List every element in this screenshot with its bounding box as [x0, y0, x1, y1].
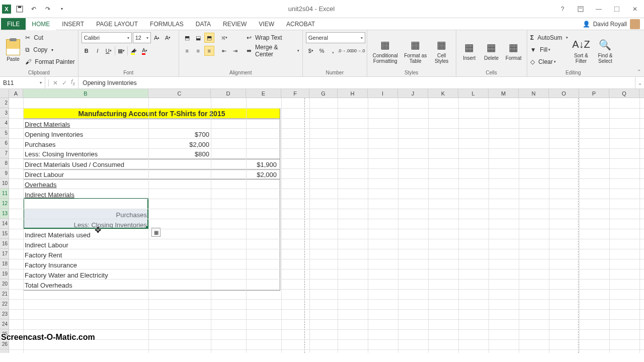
fill-color-button[interactable]: ◢▾ — [129, 46, 139, 56]
qat-customize[interactable]: ▾ — [56, 4, 67, 15]
row-header-20[interactable]: 20 — [0, 279, 9, 289]
border-button[interactable]: ▦▾ — [116, 46, 126, 56]
font-size-combo[interactable]: 12▾ — [133, 32, 151, 43]
decrease-indent-button[interactable]: ⇤ — [219, 46, 229, 56]
tab-formulas[interactable]: FORMULAS — [144, 18, 190, 30]
row-header-5[interactable]: 5 — [0, 128, 9, 138]
row-header-14[interactable]: 14 — [0, 219, 9, 229]
row-header-13[interactable]: 13 — [0, 209, 9, 219]
col-header-G[interactable]: G — [309, 89, 338, 98]
decrease-font-button[interactable]: A▾ — [163, 33, 173, 43]
col-header-N[interactable]: N — [519, 89, 549, 98]
col-header-F[interactable]: F — [281, 89, 309, 98]
merge-center-button[interactable]: ⬌ Merge & Center ▾ — [247, 45, 299, 56]
grid-area[interactable]: ABCDEFGHIJKLMNOPQ 2345678910111213141516… — [0, 89, 644, 353]
decrease-decimal-button[interactable]: .00→.0 — [352, 46, 364, 56]
col-header-I[interactable]: I — [368, 89, 398, 98]
underline-button[interactable]: U▾ — [104, 46, 114, 56]
tab-insert[interactable]: INSERT — [56, 18, 90, 30]
formula-input[interactable]: Opening Inventories — [78, 77, 635, 88]
tab-acrobat[interactable]: ACROBAT — [280, 18, 321, 30]
col-header-L[interactable]: L — [458, 89, 489, 98]
font-color-button[interactable]: A▾ — [140, 46, 150, 56]
align-bottom-button[interactable]: ⬒ — [204, 33, 214, 43]
align-left-button[interactable]: ≡ — [182, 46, 192, 56]
col-header-C[interactable]: C — [148, 89, 211, 98]
sort-filter-button[interactable]: A↓Z Sort & Filter — [570, 32, 592, 69]
col-header-A[interactable]: A — [9, 89, 23, 98]
format-painter-button[interactable]: 🖌 Format Painter — [25, 56, 75, 67]
tab-data[interactable]: DATA — [190, 18, 217, 30]
col-header-H[interactable]: H — [338, 89, 368, 98]
insert-cells-button[interactable]: ▦ Insert — [459, 32, 479, 69]
format-as-table-button[interactable]: ▦ Format as Table — [403, 32, 429, 69]
number-format-combo[interactable]: General▾ — [306, 32, 365, 43]
increase-indent-button[interactable]: ⇥ — [230, 46, 240, 56]
row-header-16[interactable]: 16 — [0, 239, 9, 249]
col-header-D[interactable]: D — [211, 89, 246, 98]
tab-view[interactable]: VIEW — [253, 18, 280, 30]
row-header-17[interactable]: 17 — [0, 249, 9, 259]
paste-button[interactable]: Paste — [3, 32, 23, 69]
close-button[interactable]: ✕ — [628, 4, 642, 14]
accounting-format-button[interactable]: $▾ — [306, 46, 316, 56]
row-header-15[interactable]: 15 — [0, 229, 9, 239]
enter-formula-icon[interactable]: ✓ — [62, 79, 67, 86]
qat-undo[interactable]: ↶ — [28, 4, 39, 15]
col-header-P[interactable]: P — [579, 89, 609, 98]
wrap-text-button[interactable]: ↩ Wrap Text — [247, 32, 299, 43]
row-header-6[interactable]: 6 — [0, 138, 9, 148]
row-header-11[interactable]: 11 — [0, 189, 9, 199]
conditional-formatting-button[interactable]: ▦ Conditional Formatting — [370, 32, 400, 69]
orientation-button[interactable]: ⤭▾ — [219, 33, 229, 43]
row-header-9[interactable]: 9 — [0, 168, 9, 178]
tab-file[interactable]: FILE — [1, 18, 26, 30]
help-button[interactable]: ? — [555, 4, 570, 14]
col-header-B[interactable]: B — [23, 89, 148, 98]
row-header-23[interactable]: 23 — [0, 309, 9, 319]
expand-formula-icon[interactable]: ⌄ — [635, 77, 644, 88]
clear-button[interactable]: ◇ Clear▾ — [530, 56, 568, 67]
col-header-J[interactable]: J — [398, 89, 428, 98]
name-box[interactable]: B11▾ — [0, 77, 45, 88]
align-center-button[interactable]: ≡ — [193, 46, 203, 56]
percent-button[interactable]: % — [317, 46, 327, 56]
qat-save[interactable] — [14, 4, 25, 15]
qat-redo[interactable]: ↷ — [42, 4, 53, 15]
copy-button[interactable]: ⧉ Copy ▾ — [25, 44, 75, 55]
bold-button[interactable]: B — [82, 46, 92, 56]
tab-page-layout[interactable]: PAGE LAYOUT — [90, 18, 144, 30]
row-header-24[interactable]: 24 — [0, 319, 9, 329]
row-header-2[interactable]: 2 — [0, 98, 9, 108]
cells-canvas[interactable]: Manufacturing Account for T-Shirts for 2… — [9, 98, 644, 353]
font-family-combo[interactable]: Calibri▾ — [82, 32, 132, 43]
format-cells-button[interactable]: ▦ Format — [504, 32, 524, 69]
comma-button[interactable]: , — [328, 46, 338, 56]
tab-review[interactable]: REVIEW — [217, 18, 253, 30]
row-header-18[interactable]: 18 — [0, 259, 9, 269]
cancel-formula-icon[interactable]: ✕ — [53, 79, 58, 86]
ribbon-options-icon[interactable] — [574, 4, 588, 14]
increase-font-button[interactable]: A▴ — [152, 33, 162, 43]
cell-styles-button[interactable]: ▦ Cell Styles — [431, 32, 453, 69]
col-header-K[interactable]: K — [428, 89, 458, 98]
row-header-10[interactable]: 10 — [0, 178, 9, 189]
tab-home[interactable]: HOME — [26, 19, 56, 30]
col-header-Q[interactable]: Q — [609, 89, 639, 98]
row-header-7[interactable]: 7 — [0, 148, 9, 158]
col-header-E[interactable]: E — [246, 89, 281, 98]
fx-icon[interactable]: fx — [71, 78, 75, 86]
align-middle-button[interactable]: ⬓ — [193, 33, 203, 43]
delete-cells-button[interactable]: ▦ Delete — [481, 32, 502, 69]
align-top-button[interactable]: ⬒ — [182, 33, 192, 43]
row-header-21[interactable]: 21 — [0, 289, 9, 299]
autosum-button[interactable]: Σ AutoSum ▾ — [530, 32, 568, 43]
align-right-button[interactable]: ≡ — [204, 46, 214, 56]
ribbon-collapse-icon[interactable]: ⌃ — [637, 69, 641, 74]
col-header-M[interactable]: M — [489, 89, 519, 98]
row-header-19[interactable]: 19 — [0, 269, 9, 279]
select-all-corner[interactable] — [0, 89, 9, 98]
increase-decimal-button[interactable]: .0→.00 — [339, 46, 351, 56]
row-header-4[interactable]: 4 — [0, 118, 9, 128]
user-name[interactable]: David Royall — [593, 21, 627, 28]
